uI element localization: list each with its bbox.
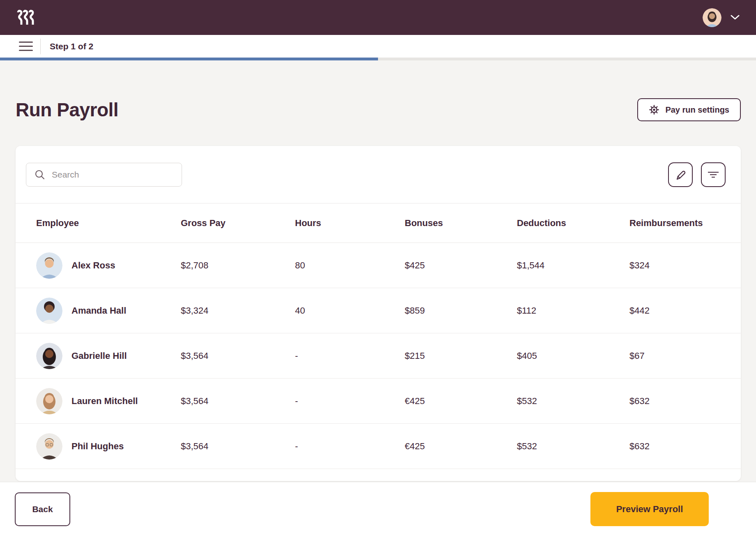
bonuses-value: €425 xyxy=(405,396,517,407)
top-bar xyxy=(0,0,756,35)
table-row[interactable]: Lauren Mitchell $3,564 - €425 $532 $632 xyxy=(16,379,741,424)
employee-avatar xyxy=(36,433,62,460)
deductions-value: $112 xyxy=(517,305,629,316)
employee-avatar xyxy=(36,343,62,369)
hours-value: - xyxy=(295,351,405,361)
payroll-card: Employee Gross Pay Hours Bonuses Deducti… xyxy=(16,146,741,481)
column-header-bonuses: Bonuses xyxy=(405,218,517,229)
table-row[interactable]: Alex Ross $2,708 80 $425 $1,544 $324 xyxy=(16,243,741,288)
bonuses-value: $215 xyxy=(405,351,517,361)
employee-name: Amanda Hall xyxy=(71,305,126,316)
bonuses-value: $859 xyxy=(405,305,517,316)
step-bar: Step 1 of 2 xyxy=(0,35,756,58)
hamburger-menu-icon[interactable] xyxy=(16,39,35,54)
page-title: Run Payroll xyxy=(16,98,118,121)
gross-pay-value: $3,564 xyxy=(181,441,295,452)
gross-pay-value: $3,324 xyxy=(181,305,295,316)
hours-value: 80 xyxy=(295,260,405,271)
reimbursements-value: $324 xyxy=(629,260,733,271)
bonuses-value: $425 xyxy=(405,260,517,271)
divider xyxy=(40,39,41,54)
filter-button[interactable] xyxy=(701,162,726,187)
table-row[interactable]: Amanda Hall $3,324 40 $859 $112 $442 xyxy=(16,288,741,333)
gear-icon xyxy=(649,104,659,115)
pay-run-settings-button[interactable]: Pay run settings xyxy=(637,98,741,121)
main-content: Run Payroll Pay run settings xyxy=(0,60,756,482)
employee-name: Gabrielle Hill xyxy=(71,351,127,361)
footer-bar: Back Preview Payroll xyxy=(0,482,756,536)
employee-name: Lauren Mitchell xyxy=(71,396,138,407)
deductions-value: $1,544 xyxy=(517,260,629,271)
progress-bar xyxy=(0,58,756,60)
hours-value: - xyxy=(295,441,405,452)
pencil-icon xyxy=(675,169,686,180)
table-toolbar xyxy=(16,146,741,203)
employee-name: Alex Ross xyxy=(71,260,115,271)
reimbursements-value: $67 xyxy=(629,351,733,361)
search-field[interactable] xyxy=(52,170,175,180)
gross-pay-value: $2,708 xyxy=(181,260,295,271)
employee-avatar xyxy=(36,298,62,324)
deductions-value: $532 xyxy=(517,441,629,452)
preview-payroll-button[interactable]: Preview Payroll xyxy=(590,492,709,526)
table-row[interactable]: Gabrielle Hill $3,564 - $215 $405 $67 xyxy=(16,333,741,379)
gross-pay-value: $3,564 xyxy=(181,396,295,407)
table-row[interactable]: Phil Hughes $3,564 - €425 $532 $632 xyxy=(16,424,741,469)
column-header-deductions: Deductions xyxy=(517,218,629,229)
reimbursements-value: $442 xyxy=(629,305,733,316)
employee-avatar xyxy=(36,388,62,414)
deductions-value: $532 xyxy=(517,396,629,407)
hours-value: - xyxy=(295,396,405,407)
rippling-logo-icon xyxy=(16,9,35,26)
filter-icon xyxy=(707,169,719,180)
user-menu-chevron-icon[interactable] xyxy=(731,15,740,20)
column-header-employee: Employee xyxy=(36,218,181,229)
employee-avatar xyxy=(36,252,62,279)
step-indicator: Step 1 of 2 xyxy=(50,42,93,51)
user-avatar[interactable] xyxy=(703,8,721,27)
pay-run-settings-label: Pay run settings xyxy=(665,105,729,115)
column-header-gross-pay: Gross Pay xyxy=(181,218,295,229)
hours-value: 40 xyxy=(295,305,405,316)
progress-fill xyxy=(0,58,378,60)
column-header-reimbursements: Reimbursements xyxy=(629,218,733,229)
employee-name: Phil Hughes xyxy=(71,441,124,452)
column-header-hours: Hours xyxy=(295,218,405,229)
search-input[interactable] xyxy=(26,163,182,187)
reimbursements-value: $632 xyxy=(629,396,733,407)
table-header-row: Employee Gross Pay Hours Bonuses Deducti… xyxy=(16,203,741,243)
back-button[interactable]: Back xyxy=(15,492,70,526)
search-icon xyxy=(35,169,45,180)
edit-button[interactable] xyxy=(668,162,693,187)
deductions-value: $405 xyxy=(517,351,629,361)
gross-pay-value: $3,564 xyxy=(181,351,295,361)
reimbursements-value: $632 xyxy=(629,441,733,452)
bonuses-value: €425 xyxy=(405,441,517,452)
